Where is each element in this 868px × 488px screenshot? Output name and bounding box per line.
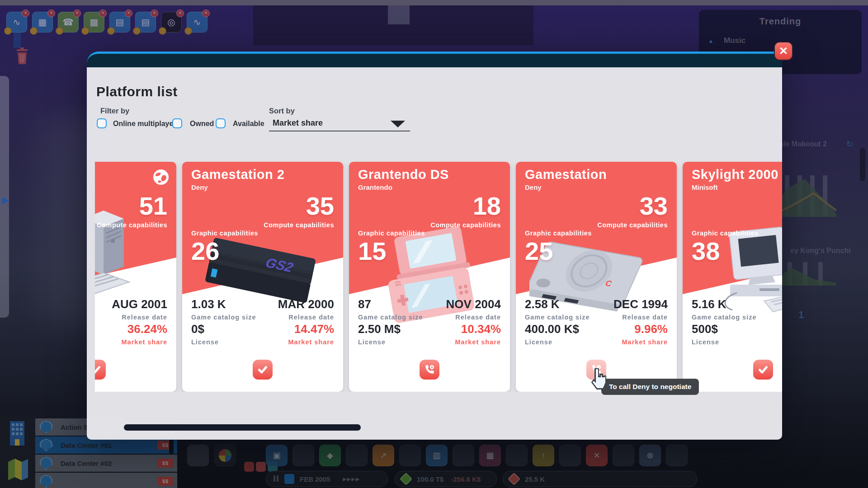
trending-item-label: Music xyxy=(724,36,745,45)
graphic-label: Graphic capabilities xyxy=(525,230,592,237)
game-screen: ∿ ▦ ☎ ▩ ▤ ▤ ◎ ∿ Trending ▲ Music Double … xyxy=(0,0,868,488)
taskbar-tile[interactable] xyxy=(346,445,368,466)
compute-label: Compute capabilities xyxy=(264,221,334,229)
graphic-value: 38 xyxy=(692,239,759,264)
online-multiplayer-checkbox[interactable] xyxy=(97,118,107,128)
platform-cards-scroller[interactable]: 51 Compute capabilities AUG 2001 Release… xyxy=(95,162,782,392)
toolbar-chart-tile[interactable]: ∿ xyxy=(187,12,208,33)
taskbar-building-tile[interactable]: ▦ xyxy=(479,445,501,466)
negotiate-tooltip: To call Deny to negotiate xyxy=(601,379,699,395)
taskbar-share-tile[interactable]: ↗ xyxy=(373,445,394,466)
toolbar-device-tile[interactable]: ▤ xyxy=(109,12,130,33)
close-button[interactable]: ✕ xyxy=(774,42,793,61)
mini-heart-tile[interactable] xyxy=(244,462,254,472)
compute-stat: 33 Compute capabilities xyxy=(597,193,668,229)
taskbar-settings-tile[interactable]: ⊛ xyxy=(639,445,661,466)
market-share-value: 10.34% xyxy=(455,322,501,336)
license-label: License xyxy=(525,338,579,346)
release-value: DEC 1994 xyxy=(613,297,668,311)
owned-check-button[interactable] xyxy=(95,360,106,380)
release-label: Release date xyxy=(112,314,167,321)
toolbar-device-tile[interactable]: ▤ xyxy=(135,12,156,33)
expand-arrow-icon[interactable]: ▶ xyxy=(2,194,9,206)
market-share-label: Market share xyxy=(122,338,167,346)
coin-badge-icon xyxy=(107,27,115,35)
checkbox-label: Online multiplayer xyxy=(113,120,176,128)
taskbar-palette-tile[interactable] xyxy=(214,445,236,466)
dismiss-badge-icon[interactable] xyxy=(125,9,132,17)
platform-name: Gamestation xyxy=(525,167,607,182)
toolbar-console-tile[interactable]: ▦ xyxy=(32,12,53,33)
owned-checkbox[interactable] xyxy=(172,118,182,128)
platform-card[interactable]: GS2 Gamestation 2 Deny 35 Compute capabi… xyxy=(182,162,343,392)
share-icon: ↗ xyxy=(380,450,387,460)
taskbar-tile[interactable] xyxy=(187,445,209,466)
toolbar-pattern-tile[interactable]: ▩ xyxy=(84,12,104,33)
pause-icon[interactable] xyxy=(274,475,280,483)
money-pill: 100.0 T$ -256.8 K$ xyxy=(395,471,497,487)
trending-item-music[interactable]: ▲ Music xyxy=(708,36,745,45)
platform-card[interactable]: Grantendo DS Grantendo 18 Compute capabi… xyxy=(349,162,510,392)
gear-icon: ⊛ xyxy=(646,450,653,460)
platform-card[interactable]: 51 Compute capabilities AUG 2001 Release… xyxy=(95,162,176,392)
taskbar-tile[interactable] xyxy=(666,445,688,466)
monitor-icon: ▣ xyxy=(273,450,280,460)
trash-icon[interactable] xyxy=(15,47,29,65)
taskbar-tile[interactable] xyxy=(399,445,421,466)
compute-label: Compute capabilities xyxy=(597,221,668,229)
mini-x-tile[interactable] xyxy=(256,462,266,472)
coin-badge-icon xyxy=(56,27,63,35)
toolbar-phone-tile[interactable]: ☎ xyxy=(58,12,79,33)
taskbar-tile[interactable] xyxy=(292,445,314,466)
building-icon[interactable] xyxy=(7,419,27,446)
owned-check-button[interactable] xyxy=(253,360,273,380)
available-checkbox[interactable] xyxy=(216,118,226,128)
owned-check-button[interactable] xyxy=(753,360,773,380)
catalog-info: 2.58 K Game catalog size xyxy=(525,297,590,321)
catalog-label: Game catalog size xyxy=(692,314,757,321)
dismiss-badge-icon[interactable] xyxy=(22,9,29,17)
toolbar-camera-tile[interactable]: ◎ xyxy=(161,12,182,33)
taskbar-upgrade-tile[interactable]: ↑ xyxy=(533,445,554,466)
checkbox-label: Available xyxy=(233,120,264,128)
platform-name: Grantendo DS xyxy=(358,167,449,182)
release-info: DEC 1994 Release date xyxy=(613,297,668,321)
map-icon[interactable] xyxy=(7,457,29,481)
taskbar-tile[interactable] xyxy=(506,445,528,466)
catalog-info: 87 Game catalog size xyxy=(358,297,423,321)
license-value: 0$ xyxy=(191,322,219,336)
dismiss-badge-icon[interactable] xyxy=(202,9,210,17)
list-item-partial[interactable]: $$ xyxy=(35,473,177,488)
dismiss-badge-icon[interactable] xyxy=(99,9,107,17)
taskbar-tile[interactable] xyxy=(559,445,581,466)
taskbar-team-tile[interactable]: ▥ xyxy=(426,445,448,466)
fast-forward-icon[interactable]: ▸▸▸▸ xyxy=(343,475,360,483)
taskbar-mail-tile[interactable]: ✕ xyxy=(586,445,608,466)
camera-icon: ◎ xyxy=(167,17,175,28)
cost-badge: $$ xyxy=(157,459,174,468)
license-value: 2.50 M$ xyxy=(358,322,401,336)
fans-value: 25.5 K xyxy=(525,475,545,483)
taskbar-tile[interactable] xyxy=(453,445,474,466)
refresh-icon[interactable]: ↻ xyxy=(846,139,853,149)
dismiss-badge-icon[interactable] xyxy=(151,9,158,17)
dismiss-badge-icon[interactable] xyxy=(47,9,55,17)
taskbar-stats-tile[interactable]: ◆ xyxy=(319,445,341,466)
taskbar-tile[interactable] xyxy=(613,445,634,466)
cards-horizontal-scrollbar[interactable] xyxy=(124,424,361,431)
toolbar-chart-tile[interactable]: ∿ xyxy=(6,12,27,33)
platform-card[interactable]: C Gamestation Deny 33 Compute capabiliti… xyxy=(516,162,677,392)
taskbar-monitor-tile[interactable]: ▣ xyxy=(266,445,288,466)
graphic-label: Graphic capabilities xyxy=(692,230,759,237)
license-info: 400.00 K$ License xyxy=(525,322,579,346)
platform-card[interactable]: Skylight 2000 Minisoft Graphic capabilit… xyxy=(683,162,782,392)
dismiss-badge-icon[interactable] xyxy=(176,9,184,17)
call-to-negotiate-button[interactable] xyxy=(420,360,439,380)
bg-vertical-scrollbar[interactable] xyxy=(860,148,865,181)
list-scrollbar[interactable] xyxy=(169,439,174,455)
market-share-value: 36.24% xyxy=(122,322,167,336)
play-speed-button[interactable] xyxy=(284,474,294,484)
dismiss-badge-icon[interactable] xyxy=(73,9,81,17)
list-item-data-center-02[interactable]: Data Center #02 $$ xyxy=(35,455,177,472)
release-info: NOV 2004 Release date xyxy=(446,297,501,321)
